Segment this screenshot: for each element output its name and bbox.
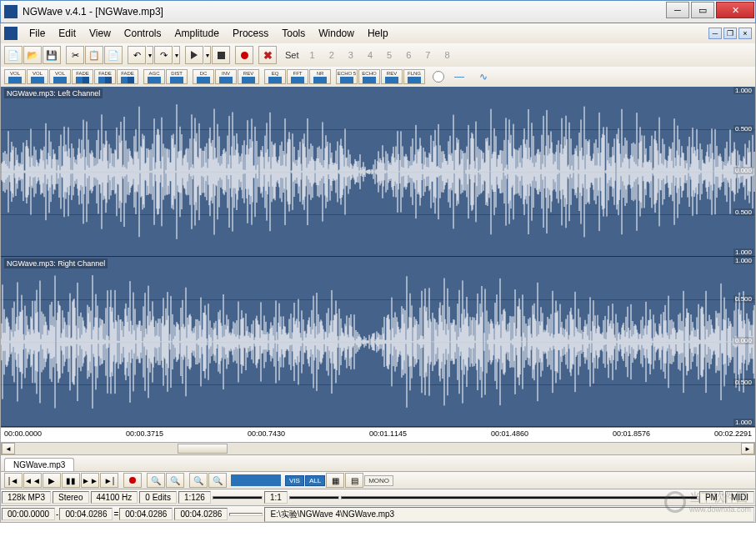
menu-tools[interactable]: Tools — [275, 26, 312, 41]
fx-vol-set[interactable]: VOL — [49, 69, 71, 84]
fx-dist[interactable]: DIST — [166, 69, 188, 84]
menu-process[interactable]: Process — [226, 26, 275, 41]
transport-forward[interactable]: ►► — [81, 473, 99, 488]
horizontal-scrollbar[interactable]: ◄ ► — [1, 442, 755, 455]
right-waveform-canvas[interactable] — [1, 257, 755, 427]
undo-dropdown[interactable]: ▾ — [147, 46, 153, 64]
fx-vol-down[interactable]: VOL — [27, 69, 48, 84]
menu-controls[interactable]: Controls — [118, 26, 168, 41]
fx-reverb[interactable]: REV — [381, 69, 403, 84]
watermark-url: www.downxia.com — [689, 505, 751, 514]
transport-rewind[interactable]: ◄◄ — [23, 473, 42, 488]
transport-record[interactable] — [123, 473, 142, 488]
set-5[interactable]: 5 — [380, 50, 398, 60]
fx-echo[interactable]: ECHO — [358, 69, 380, 84]
set-4[interactable]: 4 — [361, 50, 379, 60]
open-button[interactable]: 📂 — [23, 46, 42, 64]
set-2[interactable]: 2 — [323, 50, 341, 60]
fx-dc[interactable]: DC — [193, 69, 214, 84]
set-6[interactable]: 6 — [399, 50, 418, 60]
fx-fade-custom[interactable]: FADE — [117, 69, 138, 84]
mdi-close-button[interactable]: × — [738, 28, 752, 39]
save-button[interactable]: 💾 — [43, 46, 61, 64]
set-label: Set — [282, 50, 303, 60]
fx-fft[interactable]: FFT — [287, 69, 308, 84]
transport-start[interactable]: |◄ — [4, 473, 23, 488]
menu-window[interactable]: Window — [312, 26, 361, 41]
scroll-track[interactable] — [15, 443, 741, 454]
status-large-meter — [341, 496, 698, 499]
status-channels: Stereo — [53, 491, 88, 504]
menu-help[interactable]: Help — [361, 26, 395, 41]
fx-echo5[interactable]: ECHO 5 — [336, 69, 358, 84]
paste-button[interactable]: 📄 — [104, 46, 123, 64]
stop-button[interactable] — [212, 46, 230, 64]
undo-button[interactable]: ↶ — [128, 46, 146, 64]
watermark-text: 当下软件园 — [689, 490, 751, 505]
fx-fade-in[interactable]: FADE — [72, 69, 93, 84]
time-tick: 00:00.0000 — [4, 429, 42, 438]
menu-file[interactable]: File — [23, 26, 52, 41]
mono-badge[interactable]: MONO — [364, 475, 393, 486]
set-7[interactable]: 7 — [418, 50, 437, 60]
right-channel-label: NGWave.mp3: Right Channel — [4, 258, 108, 268]
fx-rev[interactable]: REV — [238, 69, 259, 84]
timeline[interactable]: 00:00.0000 00:00.3715 00:00.7430 00:01.1… — [1, 427, 755, 442]
redo-dropdown[interactable]: ▾ — [173, 46, 180, 64]
zoom-out-button[interactable]: 🔍 — [147, 473, 165, 488]
zoom-fit-button[interactable]: 🔍 — [208, 473, 227, 488]
play-dropdown[interactable]: ▾ — [204, 46, 211, 64]
delete-button[interactable]: ✖ — [258, 46, 277, 64]
record-button[interactable] — [235, 46, 253, 64]
play-button[interactable] — [185, 46, 203, 64]
cut-button[interactable]: ✂ — [66, 46, 84, 64]
fx-agc[interactable]: AGC — [143, 69, 165, 84]
amp-label: 1.000 — [733, 87, 753, 94]
settings-button[interactable]: ▤ — [345, 473, 363, 488]
set-1[interactable]: 1 — [303, 50, 322, 60]
new-button[interactable]: 📄 — [4, 46, 23, 64]
mdi-restore-button[interactable]: ❐ — [723, 28, 737, 39]
app-icon — [4, 5, 18, 18]
window-title: NGWave v.4.1 - [NGWave.mp3] — [23, 6, 665, 18]
transport-play[interactable]: ▶ — [43, 473, 61, 488]
menu-amplitude[interactable]: Amplitude — [168, 26, 226, 41]
redo-button[interactable]: ↷ — [154, 46, 173, 64]
window-close-button[interactable]: ✕ — [716, 2, 754, 18]
grid-button[interactable]: ▦ — [326, 473, 344, 488]
transport-end[interactable]: ►| — [100, 473, 118, 488]
fx-inv[interactable]: INV — [215, 69, 237, 84]
fx-vol-up[interactable]: VOL — [4, 69, 26, 84]
scroll-thumb[interactable] — [178, 444, 228, 454]
set-8[interactable]: 8 — [438, 50, 456, 60]
tab-ngwave[interactable]: NGWave.mp3 — [4, 458, 74, 471]
mdi-minimize-button[interactable]: ─ — [708, 28, 722, 39]
scroll-right-button[interactable]: ► — [741, 443, 754, 454]
scroll-left-button[interactable]: ◄ — [2, 443, 15, 454]
status-time-total: 00:04.0286 — [174, 508, 228, 520]
zoom-in-button[interactable]: 🔍 — [166, 473, 184, 488]
all-badge[interactable]: ALL — [305, 475, 325, 486]
window-maximize-button[interactable]: ▭ — [691, 2, 714, 18]
zoom-slider[interactable] — [231, 474, 281, 486]
left-channel[interactable]: NGWave.mp3: Left Channel 1.000 0.500 0.0… — [1, 87, 755, 257]
clock-icon[interactable] — [433, 71, 444, 83]
amp-label: 0.000 — [733, 167, 753, 174]
fx-nr[interactable]: NR — [309, 69, 331, 84]
wave-shape-line[interactable]: — — [448, 71, 471, 83]
zoom-sel-button[interactable]: 🔍 — [189, 473, 208, 488]
left-waveform-canvas[interactable] — [1, 87, 755, 257]
menu-view[interactable]: View — [83, 26, 118, 41]
status-ratio2: 1:1 — [264, 491, 288, 504]
copy-button[interactable]: 📋 — [85, 46, 103, 64]
fx-eq[interactable]: EQ — [264, 69, 286, 84]
set-3[interactable]: 3 — [342, 50, 360, 60]
vis-badge[interactable]: VIS — [285, 475, 304, 486]
window-minimize-button[interactable]: ─ — [666, 2, 689, 18]
fx-flng[interactable]: FLNG — [403, 69, 425, 84]
fx-fade-out[interactable]: FADE — [94, 69, 116, 84]
menu-edit[interactable]: Edit — [52, 26, 83, 41]
wave-shape-sine[interactable]: ∿ — [472, 71, 495, 83]
right-channel[interactable]: NGWave.mp3: Right Channel 1.000 0.500 0.… — [1, 257, 755, 427]
transport-pause[interactable]: ▮▮ — [62, 473, 80, 488]
